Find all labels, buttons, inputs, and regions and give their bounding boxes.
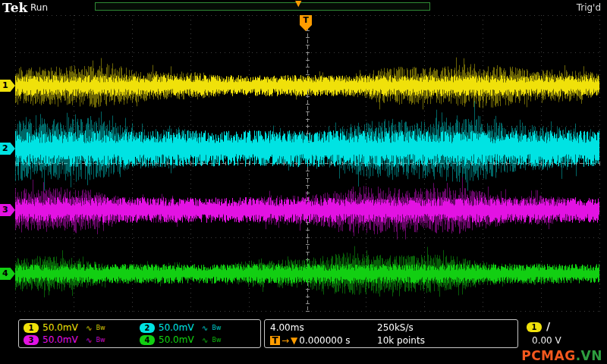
trigger-t-marker-point	[300, 25, 312, 31]
coupling-icon: ∿	[86, 336, 92, 344]
channel-3-badge: 3	[24, 335, 39, 345]
acquisition-status: Run	[30, 2, 48, 13]
channel-readout-box: 1 50.0mV ∿ Bw 2 50.0mV ∿ Bw 3 50.0mV ∿ B…	[18, 319, 261, 348]
trigger-t-marker: T	[300, 15, 312, 25]
trigger-source-badge: 1	[527, 322, 542, 332]
trigger-position-icon: ▼	[291, 335, 297, 346]
coupling-icon: ∿	[202, 336, 208, 344]
trigger-arrow-icon: →	[281, 335, 289, 346]
channel-2-badge: 2	[140, 323, 155, 333]
trigger-time-value: 0.000000 s	[299, 335, 350, 346]
trigger-level-value: 0.00 V	[532, 335, 561, 346]
trigger-slope-rising-icon: /	[546, 320, 550, 332]
timebase-scale: 4.00ms	[270, 322, 304, 333]
channel-1-readout: 1 50.0mV ∿ Bw	[24, 322, 140, 333]
watermark-pcmag: PCMAG	[521, 348, 575, 363]
trigger-t-icon: T	[270, 336, 280, 345]
bw-limit-icon: Bw	[96, 337, 105, 344]
channel-2-scale: 50.0mV	[159, 322, 198, 333]
channel-4-badge: 4	[140, 335, 155, 345]
trigger-status: Trig'd	[577, 2, 601, 13]
channel-4-scale: 50.0mV	[159, 334, 198, 345]
watermark-vn: .VN	[576, 348, 602, 363]
coupling-icon: ∿	[86, 324, 92, 332]
trigger-position-indicator-icon: ▼	[295, 0, 301, 8]
channel-2-readout: 2 50.0mV ∿ Bw	[140, 322, 256, 333]
coupling-icon: ∿	[202, 324, 208, 332]
timebase-readout-box: 4.00ms 250kS/s T → ▼ 0.000000 s 10k poin…	[264, 319, 518, 348]
waveform-display	[0, 0, 607, 364]
trigger-time-readout: T → ▼ 0.000000 s	[270, 335, 351, 346]
record-length: 10k points	[377, 335, 425, 346]
bw-limit-icon: Bw	[96, 325, 105, 331]
channel-1-badge: 1	[24, 323, 39, 333]
channel-4-readout: 4 50.0mV ∿ Bw	[140, 334, 256, 345]
oscilloscope-screen: { "header": {"brand": "Tek", "acq_status…	[0, 0, 607, 364]
channel-3-scale: 50.0mV	[42, 334, 82, 345]
channel-1-scale: 50.0mV	[42, 322, 82, 333]
bw-limit-icon: Bw	[212, 325, 221, 331]
bw-limit-icon: Bw	[212, 337, 221, 344]
sample-rate: 250kS/s	[377, 322, 414, 333]
tek-logo: Tek	[2, 0, 27, 15]
acquisition-preview-bar	[95, 2, 430, 11]
watermark: PCMAG.VN	[521, 348, 602, 363]
channel-3-readout: 3 50.0mV ∿ Bw	[24, 334, 140, 345]
